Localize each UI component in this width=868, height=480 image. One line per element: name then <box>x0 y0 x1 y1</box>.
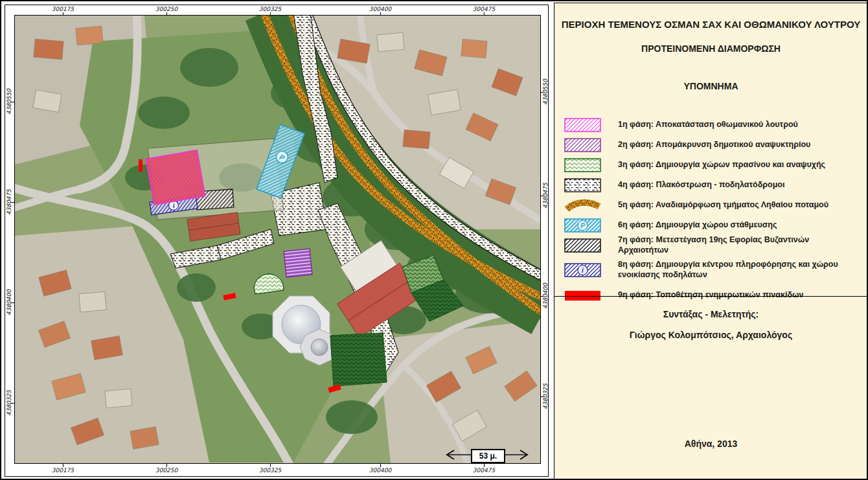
svg-text:P: P <box>580 222 585 229</box>
legend-label: 5η φάση: Αναδιαμόρφωση τμήματος Ληθαίου … <box>618 200 861 211</box>
aerial-photo: i P <box>14 15 541 464</box>
coord-label-top-3: 300400 <box>369 6 391 12</box>
legend-label: 6η φάση: Δημιουργία χώρου στάθμευσης <box>618 220 861 231</box>
coord-label-top-2: 300325 <box>259 6 281 12</box>
phase-1-ottoman-bath <box>146 150 205 205</box>
legend-item-phase-7: 7η φάση: Μετεστέγαση 19ης Εφορίας Βυζαντ… <box>554 235 867 255</box>
coord-label-bottom-4: 300475 <box>473 467 495 474</box>
info-panel: ΠΕΡΙΟΧΗ ΤΕΜΕΝΟΥΣ ΟΣΜΑΝ ΣΑΧ ΚΑΙ ΟΘΩΜΑΝΙΚΟ… <box>554 3 868 480</box>
legend-item-phase-9: 9η φάση: Τοποθέτηση ενημερωτικών πινακίδ… <box>554 285 867 305</box>
legend-label: 1η φάση: Αποκατάσταση οθωμανικού λουτρού <box>618 120 861 130</box>
scale-bar: 53 μ. <box>444 448 531 463</box>
scale-label: 53 μ. <box>471 449 505 463</box>
panel-divider <box>554 296 867 297</box>
legend: 1η φάση: Αποκατάσταση οθωμανικού λουτρού… <box>554 115 867 305</box>
legend-item-phase-3: 3η φάση: Δημιουργία χώρων πρασίνου και α… <box>554 155 867 175</box>
sign-marker <box>139 159 143 172</box>
legend-item-phase-4: 4η φάση: Πλακόστρωση - ποδηλατόδρομοι <box>554 175 867 195</box>
legend-item-phase-1: 1η φάση: Αποκατάσταση οθωμανικού λουτρού <box>554 115 867 135</box>
legend-swatch-phase-6: P <box>564 218 601 233</box>
phase-2-kiosk <box>284 249 312 277</box>
coord-label-bottom-2: 300325 <box>259 467 281 474</box>
map-panel: i P <box>1 1 553 480</box>
coord-label-bottom-3: 300400 <box>369 467 391 474</box>
legend-item-phase-2: 2η φάση: Απομάκρυνση δημοτικού αναψυκτηρ… <box>554 135 867 155</box>
map-title: ΠΕΡΙΟΧΗ ΤΕΜΕΝΟΥΣ ΟΣΜΑΝ ΣΑΧ ΚΑΙ ΟΘΩΜΑΝΙΚΟ… <box>554 19 867 30</box>
legend-swatch-phase-5 <box>564 198 601 212</box>
plan-sheet: i P <box>0 0 868 480</box>
legend-label: 3η φάση: Δημιουργία χώρων πρασίνου και α… <box>618 160 861 170</box>
legend-swatch-phase-8: i <box>564 263 601 277</box>
coord-label-top-4: 300475 <box>473 6 495 12</box>
coord-label-top-1: 300250 <box>155 6 177 12</box>
coord-label-bottom-1: 300250 <box>155 467 177 474</box>
place-date: Αθήνα, 2013 <box>554 439 867 449</box>
legend-item-phase-8: i 8η φάση: Δημιουργία κέντρου πληροφόρησ… <box>554 255 867 285</box>
coord-label-top-0: 300175 <box>52 6 74 12</box>
author-name: Γιώργος Κολομπότσιος, Αρχαιολόγος <box>554 330 867 340</box>
svg-text:i: i <box>582 267 584 274</box>
map-subtitle: ΠΡΟΤΕΙΝΟΜΕΝΗ ΔΙΑΜΟΡΦΩΣΗ <box>554 43 867 54</box>
legend-heading: ΥΠΟΜΝΗΜΑ <box>554 81 867 91</box>
author-heading: Συντάξας - Μελετητής: <box>554 309 867 319</box>
legend-item-phase-5: 5η φάση: Αναδιαμόρφωση τμήματος Ληθαίου … <box>554 195 867 215</box>
legend-item-phase-6: P 6η φάση: Δημιουργία χώρου στάθμευσης <box>554 215 867 235</box>
legend-swatch-phase-2 <box>564 138 601 152</box>
legend-swatch-phase-3 <box>564 158 601 172</box>
legend-label: 8η φάση: Δημιουργία κέντρου πληροφόρησης… <box>618 260 861 280</box>
legend-swatch-phase-1 <box>564 118 601 132</box>
legend-label: 7η φάση: Μετεστέγαση 19ης Εφορίας Βυζαντ… <box>618 235 861 255</box>
aerial-photo-canvas: i P <box>15 16 540 463</box>
mosque-small-dome <box>311 339 328 356</box>
legend-label: 9η φάση: Τοποθέτηση ενημερωτικών πινακίδ… <box>618 290 861 301</box>
legend-label: 2η φάση: Απομάκρυνση δημοτικού αναψυκτηρ… <box>618 140 861 150</box>
legend-swatch-phase-7 <box>564 238 601 253</box>
legend-swatch-phase-4 <box>564 178 601 192</box>
legend-label: 4η φάση: Πλακόστρωση - ποδηλατόδρομοι <box>618 180 861 190</box>
coord-label-bottom-0: 300175 <box>52 467 74 474</box>
legend-swatch-phase-9 <box>564 288 601 303</box>
